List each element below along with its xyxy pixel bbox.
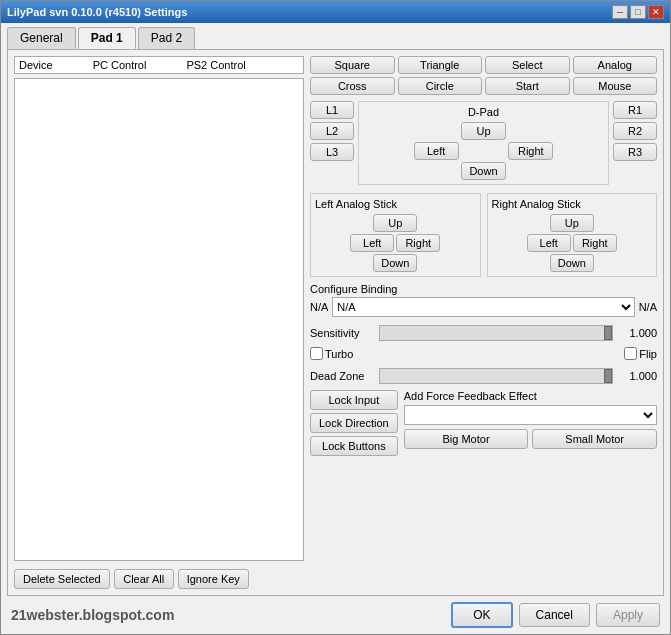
left-analog-left-button[interactable]: Left <box>350 234 394 252</box>
watermark: 21webster.blogspot.com <box>11 603 445 627</box>
left-analog-label: Left Analog Stick <box>315 198 476 210</box>
pc-control-col-header: PC Control <box>93 59 147 71</box>
analog-button[interactable]: Analog <box>573 56 658 74</box>
dpad-up-button[interactable]: Up <box>461 122 506 140</box>
lock-force-row: Lock Input Lock Direction Lock Buttons A… <box>310 390 657 460</box>
top-buttons: Square Triangle Select Analog Cross Circ… <box>310 56 657 95</box>
lock-input-button[interactable]: Lock Input <box>310 390 398 410</box>
force-feedback-select[interactable] <box>404 405 657 425</box>
sensitivity-slider[interactable] <box>379 325 613 341</box>
right-analog-grid: Up Left Right Down <box>492 214 653 272</box>
flip-group: Flip <box>624 347 657 360</box>
turbo-checkbox[interactable] <box>310 347 323 360</box>
dpad-down-button[interactable]: Down <box>461 162 506 180</box>
binding-row: N/A N/A N/A <box>310 297 657 317</box>
left-panel: Device PC Control PS2 Control Delete Sel… <box>14 56 304 589</box>
left-analog-lr-row: Left Right <box>350 234 440 252</box>
dpad-label: D-Pad <box>363 106 604 118</box>
right-panel: Square Triangle Select Analog Cross Circ… <box>310 56 657 589</box>
dpad-section: D-Pad Up Left Right Down <box>358 101 609 185</box>
left-analog-up-button[interactable]: Up <box>373 214 417 232</box>
tab-row: General Pad 1 Pad 2 <box>7 27 664 49</box>
title-bar: LilyPad svn 0.10.0 (r4510) Settings ─ □ … <box>1 1 670 23</box>
minimize-button[interactable]: ─ <box>612 5 628 19</box>
r1-button[interactable]: R1 <box>613 101 657 119</box>
tab-pad1[interactable]: Pad 1 <box>78 27 136 49</box>
deadzone-slider[interactable] <box>379 368 613 384</box>
select-button[interactable]: Select <box>485 56 570 74</box>
delete-selected-button[interactable]: Delete Selected <box>14 569 110 589</box>
content-area: General Pad 1 Pad 2 Device PC Control PS… <box>1 23 670 634</box>
cancel-button[interactable]: Cancel <box>519 603 590 627</box>
deadzone-row: Dead Zone 1.000 <box>310 368 657 384</box>
device-col-header: Device <box>19 59 53 71</box>
device-list[interactable] <box>14 78 304 561</box>
binding-select[interactable]: N/A <box>332 297 634 317</box>
triangle-button[interactable]: Triangle <box>398 56 483 74</box>
sensitivity-row: Sensitivity 1.000 <box>310 325 657 341</box>
left-bottom-buttons: Delete Selected Clear All Ignore Key <box>14 569 304 589</box>
sensitivity-label: Sensitivity <box>310 327 375 339</box>
apply-button[interactable]: Apply <box>596 603 660 627</box>
binding-right-value: N/A <box>639 301 657 313</box>
force-feedback-buttons: Big Motor Small Motor <box>404 429 657 449</box>
sensitivity-value: 1.000 <box>617 327 657 339</box>
tab-general[interactable]: General <box>7 27 76 49</box>
small-motor-button[interactable]: Small Motor <box>532 429 657 449</box>
left-analog-down-button[interactable]: Down <box>373 254 417 272</box>
maximize-button[interactable]: □ <box>630 5 646 19</box>
configure-binding-label: Configure Binding <box>310 283 657 295</box>
r3-button[interactable]: R3 <box>613 143 657 161</box>
lock-buttons-button[interactable]: Lock Buttons <box>310 436 398 456</box>
lock-section: Lock Input Lock Direction Lock Buttons <box>310 390 398 456</box>
right-analog-down-button[interactable]: Down <box>550 254 594 272</box>
force-feedback-label: Add Force Feedback Effect <box>404 390 657 402</box>
device-header: Device PC Control PS2 Control <box>14 56 304 74</box>
right-analog-label: Right Analog Stick <box>492 198 653 210</box>
close-button[interactable]: ✕ <box>648 5 664 19</box>
lock-direction-button[interactable]: Lock Direction <box>310 413 398 433</box>
r2-button[interactable]: R2 <box>613 122 657 140</box>
ignore-key-button[interactable]: Ignore Key <box>178 569 249 589</box>
analog-section: Left Analog Stick Up Left Right Down R <box>310 193 657 277</box>
square-button[interactable]: Square <box>310 56 395 74</box>
force-feedback-section: Add Force Feedback Effect Big Motor Smal… <box>404 390 657 460</box>
right-analog-left-button[interactable]: Left <box>527 234 571 252</box>
deadzone-value: 1.000 <box>617 370 657 382</box>
l2-button[interactable]: L2 <box>310 122 354 140</box>
l1-button[interactable]: L1 <box>310 101 354 119</box>
r-buttons: R1 R2 R3 <box>613 101 657 187</box>
turbo-flip-row: Turbo Flip <box>310 347 657 360</box>
flip-checkbox[interactable] <box>624 347 637 360</box>
mouse-button[interactable]: Mouse <box>573 77 658 95</box>
left-analog-right-button[interactable]: Right <box>396 234 440 252</box>
ok-button[interactable]: OK <box>451 602 512 628</box>
start-button[interactable]: Start <box>485 77 570 95</box>
right-analog-up-button[interactable]: Up <box>550 214 594 232</box>
l3-button[interactable]: L3 <box>310 143 354 161</box>
window-title: LilyPad svn 0.10.0 (r4510) Settings <box>7 6 187 18</box>
title-bar-controls: ─ □ ✕ <box>612 5 664 19</box>
big-motor-button[interactable]: Big Motor <box>404 429 529 449</box>
left-analog-grid: Up Left Right Down <box>315 214 476 272</box>
binding-left-value: N/A <box>310 301 328 313</box>
dpad-grid: Up Left Right Down <box>414 122 554 180</box>
circle-button[interactable]: Circle <box>398 77 483 95</box>
flip-label: Flip <box>639 348 657 360</box>
cross-button[interactable]: Cross <box>310 77 395 95</box>
main-panel: Device PC Control PS2 Control Delete Sel… <box>7 49 664 596</box>
main-window: LilyPad svn 0.10.0 (r4510) Settings ─ □ … <box>0 0 671 635</box>
turbo-group: Turbo <box>310 347 353 360</box>
clear-all-button[interactable]: Clear All <box>114 569 174 589</box>
turbo-label: Turbo <box>325 348 353 360</box>
right-analog-right-button[interactable]: Right <box>573 234 617 252</box>
tab-pad2[interactable]: Pad 2 <box>138 27 195 49</box>
deadzone-label: Dead Zone <box>310 370 375 382</box>
l-buttons: L1 L2 L3 <box>310 101 354 187</box>
right-analog-stick: Right Analog Stick Up Left Right Down <box>487 193 658 277</box>
dpad-right-button[interactable]: Right <box>508 142 553 160</box>
ps2-control-col-header: PS2 Control <box>186 59 245 71</box>
left-analog-stick: Left Analog Stick Up Left Right Down <box>310 193 481 277</box>
bottom-row: 21webster.blogspot.com OK Cancel Apply <box>7 596 664 630</box>
dpad-left-button[interactable]: Left <box>414 142 459 160</box>
